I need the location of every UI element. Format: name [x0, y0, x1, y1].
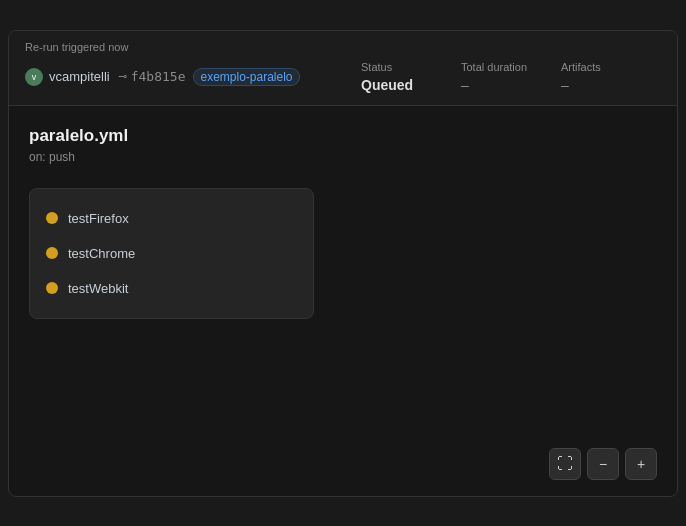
- artifacts-label: Artifacts: [561, 61, 661, 73]
- job-name-firefox: testFirefox: [68, 211, 129, 226]
- branch-badge[interactable]: exemplo-paralelo: [193, 68, 299, 86]
- artifacts-value: –: [561, 77, 661, 93]
- status-dot-webkit: [46, 282, 58, 294]
- zoom-in-button[interactable]: +: [625, 448, 657, 480]
- job-name-webkit: testWebkit: [68, 281, 128, 296]
- zoom-out-button[interactable]: −: [587, 448, 619, 480]
- job-card: testFirefox testChrome testWebkit: [29, 188, 314, 319]
- status-column: Status Queued: [361, 61, 461, 93]
- fit-view-icon: ⛶: [557, 455, 573, 473]
- bottom-controls: ⛶ − +: [549, 448, 657, 480]
- duration-value: –: [461, 77, 561, 93]
- artifacts-column: Artifacts –: [561, 61, 661, 93]
- job-item-webkit[interactable]: testWebkit: [46, 271, 297, 306]
- top-bar: Re-run triggered now v vcampitelli ⊸ f4b…: [9, 31, 677, 106]
- status-dot-firefox: [46, 212, 58, 224]
- commit-hash: f4b815e: [131, 69, 186, 84]
- job-name-chrome: testChrome: [68, 246, 135, 261]
- duration-column: Total duration –: [461, 61, 561, 93]
- status-label: Status: [361, 61, 461, 73]
- job-item-chrome[interactable]: testChrome: [46, 236, 297, 271]
- workflow-panel: Re-run triggered now v vcampitelli ⊸ f4b…: [8, 30, 678, 497]
- commit-icon: ⊸: [118, 70, 127, 83]
- workflow-trigger: on: push: [29, 150, 657, 164]
- duration-label: Total duration: [461, 61, 561, 73]
- fit-view-button[interactable]: ⛶: [549, 448, 581, 480]
- workflow-title: paralelo.yml: [29, 126, 657, 146]
- rerun-label: Re-run triggered now: [25, 41, 661, 53]
- status-value: Queued: [361, 77, 461, 93]
- job-item-firefox[interactable]: testFirefox: [46, 201, 297, 236]
- avatar: v: [25, 68, 43, 86]
- main-content: paralelo.yml on: push testFirefox testCh…: [9, 106, 677, 496]
- status-dot-chrome: [46, 247, 58, 259]
- username: vcampitelli: [49, 69, 110, 84]
